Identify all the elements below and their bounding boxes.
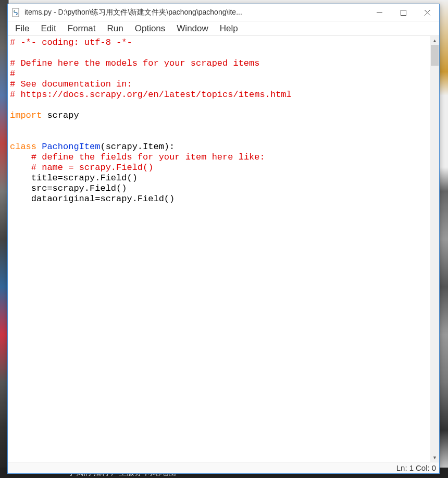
menu-window[interactable]: Window: [171, 22, 214, 35]
menu-edit[interactable]: Edit: [35, 22, 61, 35]
maximize-button[interactable]: [391, 4, 415, 21]
menubar: File Edit Format Run Options Window Help: [8, 21, 439, 36]
status-ln-value: 1: [409, 463, 414, 472]
scroll-thumb[interactable]: [431, 45, 439, 66]
code-line: src=scrapy.Field(): [10, 183, 428, 194]
code-line: [10, 131, 428, 142]
vertical-scrollbar[interactable]: ▲ ▼: [430, 36, 439, 462]
status-ln-label: Ln:: [396, 463, 407, 472]
code-line: # define the fields for your item here l…: [10, 152, 428, 163]
window-title: items.py - D:\python\练习用文件\新建文件夹\pachong…: [24, 8, 367, 17]
scroll-down-arrow-icon[interactable]: ▼: [430, 453, 439, 462]
status-col-value: 0: [432, 463, 436, 472]
code-line: [10, 100, 428, 111]
menu-options[interactable]: Options: [129, 22, 171, 35]
menu-help[interactable]: Help: [214, 22, 244, 35]
code-line: #: [10, 69, 428, 79]
editor-area: # -*- coding: utf-8 -*- # Define here th…: [8, 36, 439, 462]
minimize-button[interactable]: [367, 4, 391, 21]
code-line: # https://docs.scrapy.org/en/latest/topi…: [10, 90, 428, 100]
code-line: # name = scrapy.Field(): [10, 163, 428, 173]
status-col-label: Col:: [416, 463, 430, 472]
svg-point-1: [14, 10, 15, 11]
svg-rect-4: [401, 10, 406, 15]
titlebar[interactable]: items.py - D:\python\练习用文件\新建文件夹\pachong…: [8, 4, 439, 21]
code-line: title=scrapy.Field(): [10, 173, 428, 183]
close-button[interactable]: [415, 4, 439, 21]
statusbar: Ln: 1 Col: 0: [8, 462, 439, 473]
menu-file[interactable]: File: [9, 22, 35, 35]
code-line: [10, 121, 428, 131]
scroll-up-arrow-icon[interactable]: ▲: [430, 36, 439, 45]
code-line: [10, 48, 428, 58]
code-line: # See documentation in:: [10, 79, 428, 90]
code-editor[interactable]: # -*- coding: utf-8 -*- # Define here th…: [8, 36, 430, 462]
code-line: class PachongItem(scrapy.Item):: [10, 142, 428, 152]
code-line: # -*- coding: utf-8 -*-: [10, 38, 428, 48]
menu-run[interactable]: Run: [102, 22, 129, 35]
code-line: # Define here the models for your scrape…: [10, 58, 428, 69]
window-controls: [367, 4, 439, 21]
menu-format[interactable]: Format: [62, 22, 102, 35]
idle-window: items.py - D:\python\练习用文件\新建文件夹\pachong…: [7, 4, 440, 474]
code-line: import scrapy: [10, 111, 428, 121]
svg-point-2: [16, 14, 17, 15]
python-file-icon: [12, 8, 21, 17]
code-line: dataoriginal=scrapy.Field(): [10, 194, 428, 204]
